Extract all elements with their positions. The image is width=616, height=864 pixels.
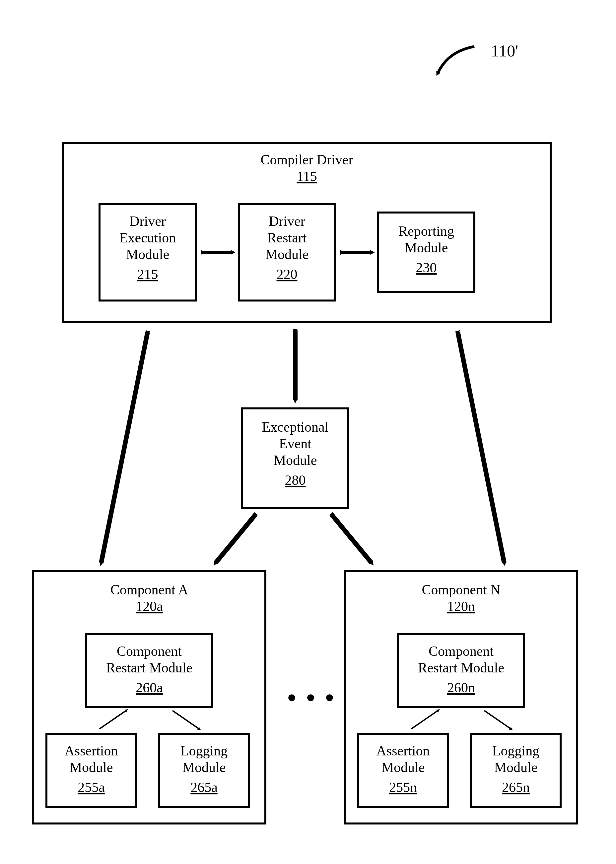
compA-logging-ref: 265a xyxy=(190,780,218,795)
compA-restart-l2: Restart Module xyxy=(106,660,192,675)
compA-restart-ref: 260a xyxy=(136,680,163,695)
compA-assertion-l2: Module xyxy=(70,760,113,775)
component-n-ref: 120n xyxy=(447,599,475,614)
arrow-exceptional-compN xyxy=(332,515,371,563)
arrow-compN-assert-restart xyxy=(411,711,438,729)
compA-logging-l1: Logging xyxy=(181,743,228,758)
driver-execution-l1: Driver xyxy=(129,213,166,229)
figure-label: 110' xyxy=(491,41,518,60)
arrow-compA-restart-log xyxy=(173,711,199,729)
ellipsis: ● ● ● xyxy=(287,688,337,706)
compiler-driver-title: Compiler Driver xyxy=(261,152,353,167)
driver-execution-ref: 215 xyxy=(137,266,158,282)
exceptional-l2: Event xyxy=(279,436,311,451)
driver-restart-l3: Module xyxy=(266,247,309,262)
component-a-title: Component A xyxy=(110,582,189,598)
figure-pointer xyxy=(438,46,475,73)
arrow-compA-assert-restart xyxy=(99,711,126,729)
compN-restart-l1: Component xyxy=(429,643,493,659)
exceptional-ref: 280 xyxy=(285,473,306,488)
compN-logging-ref: 265n xyxy=(502,780,530,795)
arrow-driver-compN xyxy=(458,332,504,563)
compN-restart-l2: Restart Module xyxy=(418,660,504,675)
reporting-l2: Module xyxy=(405,240,448,255)
compN-assertion-l1: Assertion xyxy=(377,743,430,758)
compA-assertion-ref: 255a xyxy=(78,780,105,795)
compN-logging-l1: Logging xyxy=(492,743,539,758)
compA-restart-l1: Component xyxy=(117,643,182,659)
compN-restart-ref: 260n xyxy=(447,680,475,695)
arrow-exceptional-compA xyxy=(215,515,255,563)
compA-assertion-l1: Assertion xyxy=(65,743,118,758)
driver-restart-l2: Restart xyxy=(267,230,307,245)
exceptional-l3: Module xyxy=(273,452,317,468)
compN-logging-l2: Module xyxy=(494,760,538,775)
arrow-driver-compA xyxy=(101,332,148,563)
driver-execution-l3: Module xyxy=(126,247,170,262)
driver-execution-l2: Execution xyxy=(119,230,176,245)
component-n-title: Component N xyxy=(422,582,501,598)
reporting-l1: Reporting xyxy=(398,224,454,239)
compN-assertion-l2: Module xyxy=(382,760,425,775)
arrow-compN-restart-log xyxy=(484,711,511,729)
component-a-ref: 120a xyxy=(136,599,163,614)
driver-restart-ref: 220 xyxy=(277,266,297,282)
compA-logging-l2: Module xyxy=(182,760,226,775)
compiler-driver-ref: 115 xyxy=(297,169,317,184)
diagram-canvas: 110' Compiler Driver 115 Driver Executio… xyxy=(0,0,616,864)
reporting-ref: 230 xyxy=(416,260,437,275)
driver-restart-l1: Driver xyxy=(269,213,305,229)
exceptional-l1: Exceptional xyxy=(262,419,329,435)
compN-assertion-ref: 255n xyxy=(389,780,417,795)
